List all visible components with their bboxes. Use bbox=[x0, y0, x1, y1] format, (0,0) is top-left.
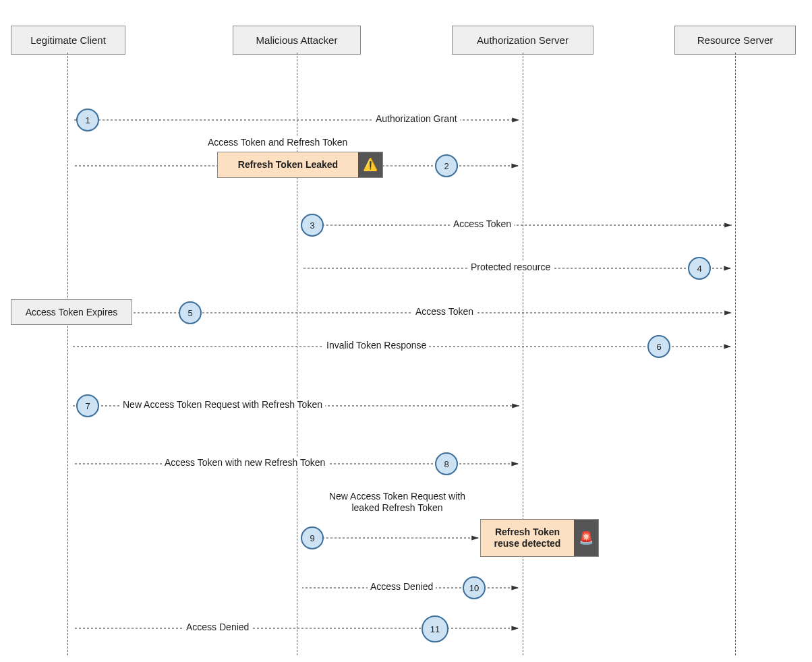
msg-authorization-grant: Authorization Grant bbox=[373, 113, 460, 124]
step-11: 11 bbox=[422, 615, 448, 642]
note-access-token-expires: Access Token Expires bbox=[11, 299, 132, 325]
msg-access-and-refresh-token: Access Token and Refresh Token bbox=[205, 137, 350, 148]
msg-access-with-new-refresh: Access Token with new Refresh Token bbox=[162, 457, 328, 468]
msg-new-token-leaked: New Access Token Request with leaked Ref… bbox=[324, 491, 471, 514]
msg-new-token-request: New Access Token Request with Refresh To… bbox=[120, 399, 325, 410]
alarm-icon: 🚨 bbox=[574, 520, 598, 556]
warning-icon: ⚠️ bbox=[358, 152, 382, 177]
alert-reuse-text: Refresh Token reuse detected bbox=[481, 520, 574, 556]
step-1: 1 bbox=[76, 109, 99, 131]
msg-invalid-token-response: Invalid Token Response bbox=[324, 340, 429, 351]
alert-refresh-token-leaked: Refresh Token Leaked ⚠️ bbox=[217, 152, 383, 178]
step-9: 9 bbox=[301, 526, 324, 549]
step-2: 2 bbox=[435, 154, 458, 177]
msg-access-denied-client: Access Denied bbox=[183, 622, 252, 632]
step-5: 5 bbox=[179, 301, 202, 324]
msg-access-denied-attacker: Access Denied bbox=[368, 581, 436, 592]
step-7: 7 bbox=[76, 394, 99, 417]
msg-access-token-client: Access Token bbox=[413, 306, 476, 317]
msg-access-token-attacker: Access Token bbox=[451, 218, 514, 229]
alert-refresh-token-reuse: Refresh Token reuse detected 🚨 bbox=[480, 519, 599, 557]
step-10: 10 bbox=[463, 576, 486, 599]
step-3: 3 bbox=[301, 214, 324, 237]
sequence-diagram: Legitimate Client Malicious Attacker Aut… bbox=[0, 0, 812, 662]
step-6: 6 bbox=[647, 335, 670, 358]
msg-protected-resource: Protected resource bbox=[468, 262, 553, 272]
arrows-layer bbox=[0, 0, 812, 662]
step-4: 4 bbox=[688, 257, 711, 280]
alert-leaked-text: Refresh Token Leaked bbox=[218, 152, 358, 177]
step-8: 8 bbox=[435, 452, 458, 475]
